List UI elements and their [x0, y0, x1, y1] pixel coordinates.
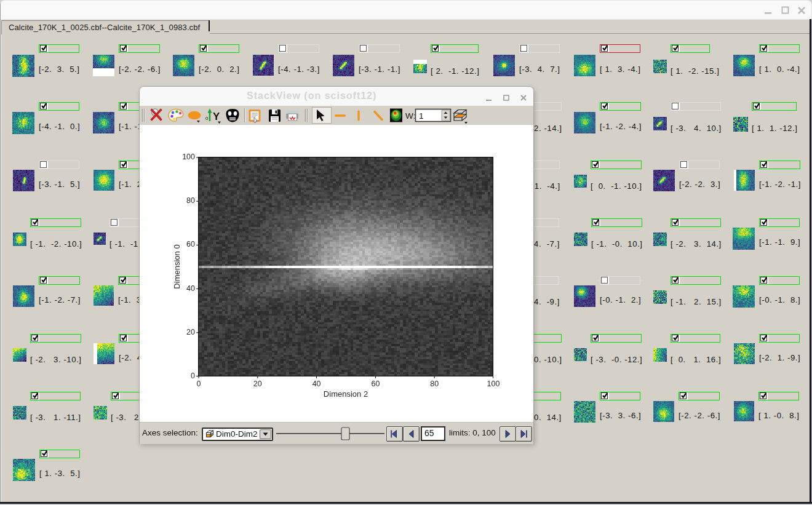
- svg-text:Y: Y: [213, 111, 220, 122]
- svg-text:0: 0: [205, 116, 209, 121]
- svg-text:1: 1: [419, 111, 424, 121]
- svg-text:W:: W:: [405, 111, 415, 121]
